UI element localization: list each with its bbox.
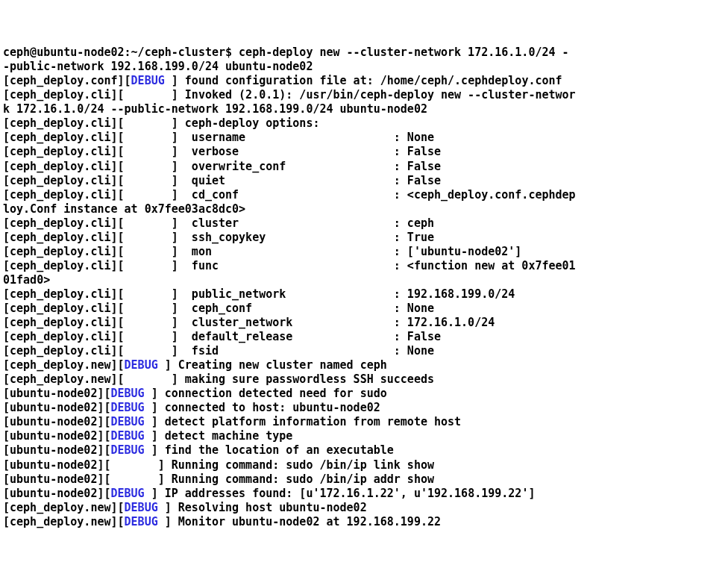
terminal-line: [ceph_deploy.new][DEBUG ] Resolving host… xyxy=(3,501,725,515)
terminal-line: [ubuntu-node02][DEBUG ] connection detec… xyxy=(3,387,725,401)
terminal-output: ceph@ubuntu-node02:~/ceph-cluster$ ceph-… xyxy=(3,46,725,529)
terminal-line: [ubuntu-node02][ ] Running command: sudo… xyxy=(3,472,725,487)
terminal-line: [ceph_deploy.cli][ ] func : <function ne… xyxy=(3,259,725,273)
log-level: DEBUG xyxy=(111,429,151,443)
terminal-line: [ubuntu-node02][ ] Running command: sudo… xyxy=(3,458,725,472)
log-level: DEBUG xyxy=(125,358,165,372)
terminal-line: 01fad0> xyxy=(3,273,725,287)
terminal-line: [ceph_deploy.cli][ ] fsid : None xyxy=(3,344,725,358)
log-level: DEBUG xyxy=(125,501,165,514)
log-level: DEBUG xyxy=(111,443,151,457)
terminal-line: [ceph_deploy.cli][ ] overwrite_conf : Fa… xyxy=(3,160,725,174)
log-level: DEBUG xyxy=(125,515,165,528)
terminal-line: [ceph_deploy.cli][ ] cd_conf : <ceph_dep… xyxy=(3,188,725,202)
terminal-line: [ubuntu-node02][DEBUG ] IP addresses fou… xyxy=(3,487,725,501)
log-level: DEBUG xyxy=(111,487,151,500)
log-level: DEBUG xyxy=(111,415,151,428)
log-level: DEBUG xyxy=(111,387,151,400)
terminal-line: [ubuntu-node02][DEBUG ] detect platform … xyxy=(3,415,725,429)
terminal-line: [ceph_deploy.cli][ ] cluster_network : 1… xyxy=(3,316,725,330)
log-level: DEBUG xyxy=(111,401,151,414)
terminal-line: [ceph_deploy.cli][ ] ceph-deploy options… xyxy=(3,116,725,131)
terminal-line: [ceph_deploy.cli][ ] public_network : 19… xyxy=(3,287,725,302)
terminal-line: [ubuntu-node02][DEBUG ] find the locatio… xyxy=(3,443,725,458)
terminal-line: [ceph_deploy.cli][ ] default_release : F… xyxy=(3,330,725,344)
terminal-line: [ceph_deploy.conf][DEBUG ] found configu… xyxy=(3,74,725,88)
terminal-line: [ceph_deploy.cli][ ] quiet : False xyxy=(3,174,725,188)
terminal-line: -public-network 192.168.199.0/24 ubuntu-… xyxy=(3,60,725,74)
terminal-line: k 172.16.1.0/24 --public-network 192.168… xyxy=(3,102,725,116)
terminal-line: [ceph_deploy.cli][ ] Invoked (2.0.1): /u… xyxy=(3,88,725,102)
terminal-line: ceph@ubuntu-node02:~/ceph-cluster$ ceph-… xyxy=(3,46,725,60)
terminal-line: [ceph_deploy.new][ ] making sure passwor… xyxy=(3,372,725,387)
terminal-line: [ceph_deploy.new][DEBUG ] Creating new c… xyxy=(3,358,725,372)
terminal-line: [ubuntu-node02][DEBUG ] detect machine t… xyxy=(3,429,725,443)
terminal-line: [ubuntu-node02][DEBUG ] connected to hos… xyxy=(3,401,725,415)
terminal-line: [ceph_deploy.cli][ ] ssh_copykey : True xyxy=(3,231,725,245)
terminal-line: [ceph_deploy.cli][ ] mon : ['ubuntu-node… xyxy=(3,245,725,259)
log-level: DEBUG xyxy=(131,74,172,87)
terminal-line: [ceph_deploy.cli][ ] ceph_conf : None xyxy=(3,302,725,316)
terminal-line: [ceph_deploy.cli][ ] verbose : False xyxy=(3,145,725,159)
terminal-line: loy.Conf instance at 0x7fee03ac8dc0> xyxy=(3,202,725,216)
terminal-line: [ceph_deploy.cli][ ] username : None xyxy=(3,131,725,145)
terminal-line: [ceph_deploy.cli][ ] cluster : ceph xyxy=(3,216,725,231)
terminal-line: [ceph_deploy.new][DEBUG ] Monitor ubuntu… xyxy=(3,515,725,529)
